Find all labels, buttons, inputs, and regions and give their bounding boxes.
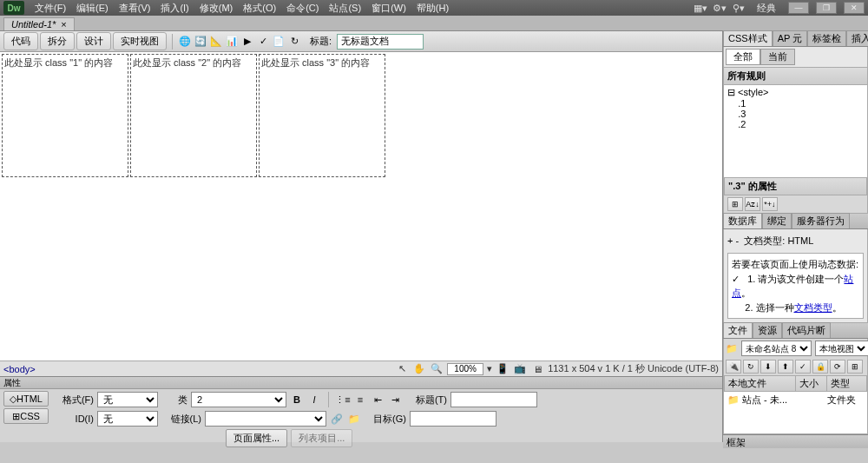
tree-line[interactable]: ⊟ <style> [727, 87, 864, 98]
col-local-files[interactable]: 本地文件 [725, 376, 796, 391]
subtab-all[interactable]: 全部 [726, 49, 760, 65]
doctype-link[interactable]: 文档类型 [794, 302, 832, 313]
div-class-3[interactable]: 此处显示 class "3" 的内容 [259, 54, 385, 177]
menu-insert[interactable]: 插入(I) [155, 2, 194, 15]
title-input[interactable] [337, 34, 424, 50]
tab-databases[interactable]: 数据库 [723, 213, 762, 228]
tab-insert[interactable]: 插入 [846, 30, 868, 46]
folder-icon[interactable]: 📁 [347, 412, 361, 426]
tree-line[interactable]: .2 [727, 119, 864, 129]
layout-icon[interactable]: ▦▾ [694, 2, 707, 14]
view-live-button[interactable]: 实时视图 [113, 32, 167, 50]
menu-modify[interactable]: 修改(M) [194, 2, 239, 15]
tool-icon[interactable]: 📄 [272, 35, 286, 49]
tab-snippets[interactable]: 代码片断 [782, 322, 831, 338]
close-icon[interactable]: × [61, 19, 66, 30]
workspace-label[interactable]: 经典 [752, 2, 781, 15]
subtab-current[interactable]: 当前 [760, 49, 795, 65]
properties-header[interactable]: 属性 [0, 377, 722, 389]
close-button[interactable]: ✕ [844, 2, 865, 14]
minimize-button[interactable]: — [788, 2, 809, 14]
site-select[interactable]: 未命名站点 8 [741, 341, 812, 356]
div-class-1[interactable]: 此处显示 class "1" 的内容 [2, 54, 128, 177]
get-icon[interactable]: ⬇ [760, 360, 776, 374]
zoom-input[interactable] [447, 363, 483, 375]
files-list[interactable]: 📁 站点 - 未... 文件夹 [724, 392, 867, 433]
outdent-icon[interactable]: ⇤ [371, 393, 385, 407]
view-icon[interactable]: 📱 [496, 362, 510, 376]
tag-selector[interactable]: <body> [3, 364, 36, 374]
menu-file[interactable]: 文件(F) [30, 2, 71, 15]
zoom-dropdown-icon[interactable]: ▾ [487, 363, 492, 374]
tool-icon[interactable]: ↻ [287, 35, 301, 49]
link-select[interactable] [205, 411, 326, 427]
menu-edit[interactable]: 编辑(E) [71, 2, 114, 15]
menu-site[interactable]: 站点(S) [324, 2, 366, 15]
refresh-icon[interactable]: 🔄 [194, 35, 207, 49]
bold-icon[interactable]: B [290, 393, 304, 407]
target-input[interactable] [410, 411, 496, 427]
plus-icon[interactable]: + [727, 235, 733, 246]
list-ol-icon[interactable]: ≡ [353, 393, 367, 407]
tool-icon[interactable]: ✓ [256, 35, 270, 49]
tab-css-styles[interactable]: CSS样式 [723, 30, 773, 46]
view-design-button[interactable]: 设计 [76, 32, 111, 50]
zoom-icon[interactable]: 🔍 [430, 362, 444, 376]
tab-files[interactable]: 文件 [723, 322, 753, 338]
connect-icon[interactable]: 🔌 [726, 360, 741, 374]
sort-all-icon[interactable]: *+↓ [762, 197, 778, 211]
menu-help[interactable]: 帮助(H) [411, 2, 454, 15]
tab-ap-elements[interactable]: AP 元 [773, 30, 808, 46]
tool-icon[interactable]: ▶ [240, 35, 254, 49]
props-html-button[interactable]: ◇ HTML [3, 391, 49, 407]
gear-icon[interactable]: ⚙▾ [713, 2, 726, 14]
put-icon[interactable]: ⬆ [778, 360, 793, 374]
link-icon[interactable]: 🔗 [330, 412, 344, 426]
col-type[interactable]: 类型 [827, 376, 866, 391]
tool-icon[interactable]: 📊 [225, 35, 239, 49]
col-size[interactable]: 大小 [796, 376, 827, 391]
menu-window[interactable]: 窗口(W) [366, 2, 411, 15]
menu-commands[interactable]: 命令(C) [281, 2, 324, 15]
props-css-button[interactable]: ⊞ CSS [3, 408, 49, 424]
hand-icon[interactable]: ✋ [412, 362, 426, 376]
list-ul-icon[interactable]: ⋮≡ [336, 393, 350, 407]
view-icon[interactable]: 📺 [513, 362, 527, 376]
tab-bindings[interactable]: 绑定 [762, 213, 792, 228]
refresh-icon[interactable]: ↻ [743, 360, 759, 374]
tab-assets[interactable]: 资源 [753, 322, 782, 338]
title-input[interactable] [450, 392, 537, 407]
tree-line[interactable]: .1 [727, 98, 864, 109]
share-icon[interactable]: ⚲▾ [733, 2, 745, 14]
id-select[interactable]: 无 [97, 411, 158, 427]
tab-server-behaviors[interactable]: 服务器行为 [792, 213, 850, 228]
sync-icon[interactable]: ⟳ [830, 360, 845, 374]
view-select[interactable]: 本地视图 [815, 341, 868, 356]
tree-line[interactable]: .3 [727, 109, 864, 119]
view-icon[interactable]: 🖥 [530, 362, 544, 376]
pointer-icon[interactable]: ↖ [395, 362, 409, 376]
menu-view[interactable]: 查看(V) [114, 2, 156, 15]
view-split-button[interactable]: 拆分 [40, 32, 75, 50]
indent-icon[interactable]: ⇥ [388, 393, 402, 407]
checkin-icon[interactable]: 🔒 [812, 360, 828, 374]
italic-icon[interactable]: I [307, 393, 321, 407]
document-tab[interactable]: Untitled-1* × [3, 17, 75, 30]
maximize-button[interactable]: ❐ [816, 2, 837, 14]
expand-icon[interactable]: ⊞ [847, 360, 863, 374]
sort-az-icon[interactable]: Aᴢ↓ [745, 197, 760, 211]
globe-icon[interactable]: 🌐 [178, 35, 192, 49]
format-select[interactable]: 无 [97, 392, 158, 407]
menu-format[interactable]: 格式(O) [238, 2, 281, 15]
page-properties-button[interactable]: 页面属性... [226, 429, 287, 447]
div-class-2[interactable]: 此处显示 class "2" 的内容 [130, 54, 257, 177]
frame-panel-header[interactable]: 框架 [723, 434, 868, 448]
checkout-icon[interactable]: ✓ [795, 360, 811, 374]
css-rules-tree[interactable]: ⊟ <style> .1 .3 .2 [724, 85, 867, 177]
tool-icon[interactable]: 📐 [209, 35, 223, 49]
tab-tag-inspector[interactable]: 标签检 [807, 30, 846, 46]
design-view[interactable]: 此处显示 class "1" 的内容 此处显示 class "2" 的内容 此处… [0, 52, 722, 360]
class-select[interactable]: 2 [191, 392, 286, 407]
minus-icon[interactable]: - [736, 235, 740, 246]
add-property-icon[interactable]: ⊞ [727, 197, 743, 211]
